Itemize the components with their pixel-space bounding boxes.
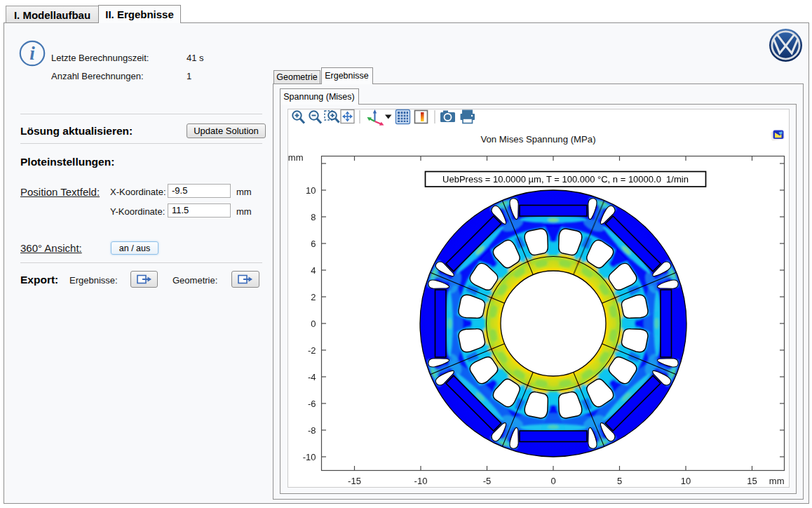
svg-text:-10: -10 [414, 475, 427, 486]
svg-text:-15: -15 [348, 475, 361, 486]
svg-text:2: 2 [311, 291, 316, 302]
svg-text:0: 0 [550, 475, 555, 486]
svg-text:-4: -4 [307, 371, 316, 382]
svg-text:8: 8 [311, 211, 316, 222]
svg-text:-10: -10 [302, 451, 316, 462]
svg-text:-5: -5 [482, 475, 491, 486]
svg-text:4: 4 [311, 265, 316, 275]
svg-text:Von Mises Spannung (MPa): Von Mises Spannung (MPa) [480, 133, 595, 144]
svg-text:-8: -8 [307, 425, 316, 435]
svg-text:-6: -6 [307, 398, 316, 408]
svg-text:mm: mm [769, 475, 784, 486]
svg-text:6: 6 [311, 238, 316, 248]
svg-text:10: 10 [680, 475, 690, 486]
svg-text:-2: -2 [307, 345, 316, 355]
svg-text:mm: mm [287, 152, 303, 162]
svg-text:5: 5 [616, 475, 621, 486]
svg-text:0: 0 [311, 318, 316, 328]
svg-text:UebPress = 10.0000 µm, T = 100: UebPress = 10.0000 µm, T = 100.000 °C, n… [442, 174, 689, 185]
svg-text:10: 10 [306, 185, 316, 195]
svg-text:15: 15 [747, 475, 757, 486]
svg-text:i: i [29, 43, 35, 64]
